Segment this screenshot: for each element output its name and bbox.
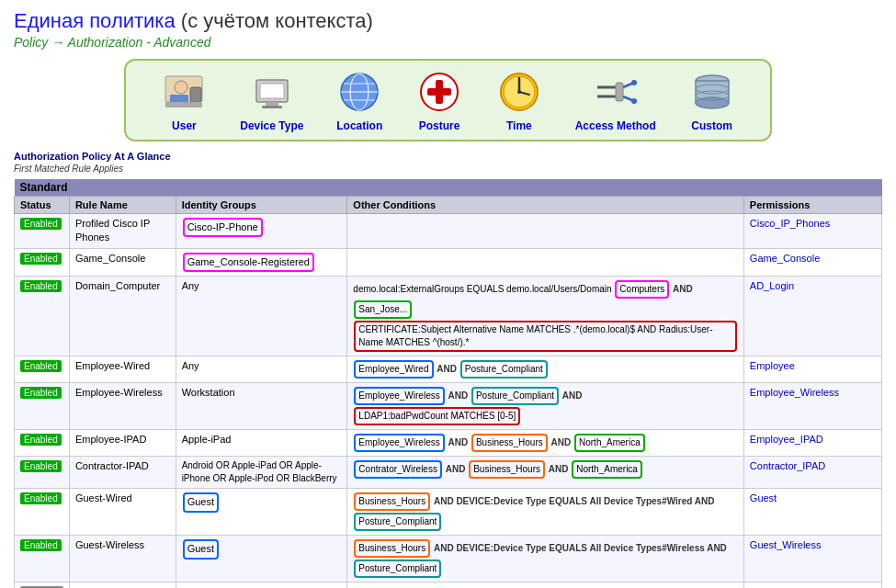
icon-custom: Custom	[688, 68, 736, 132]
icon-device-type: Device Type	[240, 68, 303, 132]
table-row: Enabled Employee-IPAD Apple-iPad Employe…	[15, 430, 882, 457]
col-rulename: Rule Name	[69, 197, 176, 214]
permissions-cell: Employee_IPAD	[743, 430, 881, 457]
device-type-label: Device Type	[240, 119, 303, 132]
table-row: Enabled Domain_Computer Any demo.local:E…	[15, 277, 882, 356]
status-cell: Enabled	[15, 383, 70, 430]
rulename-cell: Employee-Wireless	[69, 383, 176, 430]
identity-cell: Game_Console-Registered	[176, 248, 347, 276]
conditions-cell: Employee_Wireless AND Posture_Compliant …	[347, 383, 743, 430]
svg-rect-24	[616, 83, 623, 101]
col-identity: Identity Groups	[176, 197, 347, 214]
rulename-cell: Employee-IPAD	[69, 430, 176, 457]
status-cell: Enabled	[15, 430, 70, 457]
location-label: Location	[336, 119, 382, 132]
identity-cell: Any	[176, 356, 347, 383]
permissions-cell: Employee_Wireless	[743, 383, 881, 430]
permissions-cell: Guest	[743, 489, 881, 536]
svg-point-1	[175, 81, 187, 94]
conditions-cell: Business_Hours AND DEVICE:Device Type EQ…	[347, 489, 743, 536]
section-label: Standard	[15, 179, 882, 197]
conditions-cell: Business_Hours AND DEVICE:Device Type EQ…	[347, 536, 743, 582]
icons-bar: User Device Type	[124, 59, 772, 141]
status-cell: Enabled	[15, 277, 70, 356]
identity-cell: Guest	[176, 489, 347, 536]
user-label: User	[172, 119, 197, 132]
permissions-cell: Cisco_IP_Phones	[743, 214, 881, 249]
permissions-cell: Guest_Wireless	[743, 536, 881, 582]
time-label: Time	[506, 119, 532, 132]
column-header-row: Status Rule Name Identity Groups Other C…	[15, 197, 882, 214]
identity-cell: Cisco-IP-Phone	[176, 214, 347, 249]
status-cell: Enabled	[15, 489, 70, 536]
permissions-cell: Contractor_IPAD	[743, 457, 881, 489]
table-row: Disabled Default-Posture Any CWA_Posture…	[15, 582, 882, 588]
col-conditions: Other Conditions	[347, 197, 743, 214]
icon-user: User	[160, 68, 208, 132]
table-row: Enabled Employee-Wired Any Employee_Wire…	[15, 356, 882, 383]
custom-label: Custom	[691, 119, 732, 132]
rulename-cell: Game_Console	[69, 248, 176, 276]
policy-path: Policy → Authorization - Advanced	[14, 35, 882, 50]
svg-rect-8	[262, 106, 282, 108]
posture-label: Posture	[419, 119, 460, 132]
svg-rect-7	[266, 102, 278, 106]
status-cell: Enabled	[15, 356, 70, 383]
identity-cell: Guest	[176, 536, 347, 582]
conditions-cell: Employee_Wireless AND Business_Hours AND…	[347, 430, 743, 457]
identity-cell: Any	[176, 582, 347, 588]
title-subtitle: (с учётом контекста)	[176, 9, 373, 32]
policy-table: Standard Status Rule Name Identity Group…	[14, 179, 882, 588]
svg-rect-3	[190, 87, 201, 102]
table-row: Enabled Guest-Wired Guest Business_Hours…	[15, 489, 882, 536]
status-cell: Enabled	[15, 214, 70, 249]
status-cell: Enabled	[15, 536, 70, 582]
permissions-cell: Employee	[743, 356, 881, 383]
icon-time: Time	[495, 68, 543, 132]
rulename-cell: Guest-Wireless	[69, 536, 176, 582]
icon-posture: Posture	[415, 68, 463, 132]
rulename-cell: Contractor-IPAD	[69, 457, 176, 489]
page-container: Единая политика (с учётом контекста) Pol…	[0, 0, 896, 588]
table-row: Enabled Game_Console Game_Console-Regist…	[15, 248, 882, 276]
svg-rect-6	[260, 84, 284, 98]
status-cell: Disabled	[15, 582, 70, 588]
table-row: Enabled Contractor-IPAD Android OR Apple…	[15, 457, 882, 489]
conditions-cell: Contrator_Wireless AND Business_Hours AN…	[347, 457, 743, 489]
rulename-cell: Domain_Computer	[69, 277, 176, 356]
svg-rect-4	[165, 102, 202, 107]
identity-cell: Apple-iPad	[176, 430, 347, 457]
svg-rect-16	[427, 88, 451, 96]
svg-point-21	[517, 90, 521, 94]
first-matched: First Matched Rule Applies	[14, 164, 171, 174]
col-permissions: Permissions	[743, 197, 881, 214]
title-russian: Единая политика	[14, 9, 176, 32]
policy-summary: Authorization Policy At A Glance	[14, 151, 171, 162]
permissions-cell: CWA_Posture_Remediation	[743, 582, 881, 588]
col-status: Status	[15, 197, 70, 214]
section-header-row: Standard	[15, 179, 882, 197]
icon-access-method: Access Method	[575, 68, 656, 132]
permissions-cell: AD_Login	[743, 277, 881, 356]
page-title: Единая политика (с учётом контекста) Pol…	[14, 9, 882, 50]
icon-location: Location	[335, 68, 383, 132]
svg-point-27	[631, 80, 637, 85]
svg-rect-2	[170, 95, 188, 102]
conditions-cell	[347, 582, 743, 588]
access-method-label: Access Method	[575, 119, 656, 132]
table-row: Enabled Guest-Wireless Guest Business_Ho…	[15, 536, 882, 582]
conditions-cell: demo.local:ExternalGroups EQUALS demo.lo…	[347, 277, 743, 356]
permissions-cell: Game_Console	[743, 248, 881, 276]
rulename-cell: Profiled Cisco IP Phones	[69, 214, 176, 249]
rulename-cell: Guest-Wired	[69, 489, 176, 536]
svg-point-28	[631, 98, 637, 104]
conditions-cell: Employee_Wired AND Posture_Compliant	[347, 356, 743, 383]
conditions-cell	[347, 248, 743, 276]
table-row: Enabled Profiled Cisco IP Phones Cisco-I…	[15, 214, 882, 249]
conditions-cell	[347, 214, 743, 249]
rulename-cell: Employee-Wired	[69, 356, 176, 383]
identity-cell: Workstation	[176, 383, 347, 430]
status-cell: Enabled	[15, 457, 70, 489]
status-cell: Enabled	[15, 248, 70, 276]
identity-cell: Any	[176, 277, 347, 356]
